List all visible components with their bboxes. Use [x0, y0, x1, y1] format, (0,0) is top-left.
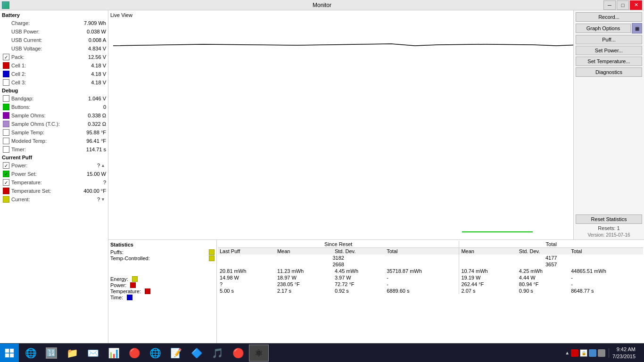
close-button[interactable]: ✕ [630, 0, 642, 10]
power-last-puff: 14.98 W [218, 274, 275, 281]
start-button[interactable] [0, 344, 19, 362]
timer-checkbox[interactable] [2, 145, 10, 154]
modeled-temp-checkbox[interactable] [2, 137, 10, 145]
modeled-temp-row: Modeled Temp: 96.41 °F [0, 137, 108, 145]
chrome-icon: 🌐 [149, 346, 162, 360]
cell3-value: 4.18 V [73, 80, 106, 85]
sample-temp-checkbox[interactable] [2, 128, 10, 137]
word-icon: 📝 [169, 346, 182, 360]
bandgap-row: Bandgap: 1.046 V [0, 94, 108, 103]
energy-std-dev2: 4.25 mWh [517, 268, 569, 274]
taskbar-chrome[interactable]: 🌐 [145, 345, 165, 362]
temperature-left-label: Temperature: [110, 288, 141, 294]
cell2-row: Cell 2: 4.18 V [0, 70, 108, 78]
time-total: 6889.60 s [385, 288, 459, 294]
taskbar-calculator[interactable]: 🔢 [41, 345, 61, 362]
puff-button[interactable]: Puff... [576, 35, 642, 44]
clock: 9:42 AM 7/23/2015 [612, 346, 636, 360]
sample-ohms-value: 0.338 Ω [73, 113, 106, 118]
scroll-up-arrow[interactable]: ▲ [100, 163, 106, 168]
temperature-mean: 238.05 °F [275, 281, 333, 288]
taskbar-app9[interactable]: 🔴 [228, 345, 248, 362]
maximize-button[interactable]: □ [617, 0, 629, 10]
cell1-value: 4.18 V [73, 63, 106, 68]
puff-current-checkbox[interactable] [2, 195, 10, 204]
sys-tray: ▲ 🔒 [565, 349, 605, 357]
show-desktop-button[interactable] [637, 344, 641, 362]
time-left-label: Time: [110, 295, 123, 300]
usb-power-checkbox-cell [2, 27, 10, 36]
debug-section-header: Debug [0, 87, 108, 94]
usb-current-row: USB Current: 0.008 A [0, 36, 108, 44]
header-spacer [110, 266, 215, 276]
graph-options-icon-button[interactable]: ▦ [632, 23, 642, 33]
tray-icon-antivirus [571, 349, 578, 357]
pack-value: 12.56 V [73, 54, 106, 60]
power-left-label: Power: [110, 282, 126, 288]
graph-options-row: Graph Options ▦ [576, 23, 642, 33]
puff-temperature-checkbox[interactable] [2, 178, 10, 187]
bandgap-checkbox[interactable] [2, 94, 10, 103]
tray-arrow[interactable]: ▲ [565, 350, 570, 355]
power-set-checkbox[interactable] [2, 170, 10, 178]
power-set-value: 15.00 W [73, 171, 106, 177]
charge-label: Charge: [11, 20, 73, 26]
tray-icon-volume [598, 349, 605, 357]
col-std-dev2: Std. Dev. [517, 248, 569, 255]
sample-ohms-label: Sample Ohms: [11, 113, 73, 118]
minimize-button[interactable]: ─ [603, 0, 616, 10]
set-temperature-button[interactable]: Set Temperature... [576, 57, 642, 66]
sample-temp-row: Sample Temp: 95.88 °F [0, 128, 108, 137]
pack-checkbox[interactable] [2, 53, 10, 61]
record-button[interactable]: Record... [576, 12, 642, 22]
app-icon [2, 1, 9, 9]
time-color-box [127, 295, 132, 300]
svg-rect-0 [5, 348, 9, 352]
taskbar-items: 🌐 🔢 📁 ✉️ 📊 🔴 🌐 📝 🔷 [19, 345, 562, 362]
taskbar-mail[interactable]: ✉️ [83, 345, 103, 362]
bandgap-value: 1.046 V [73, 96, 106, 101]
taskbar-app7[interactable]: 🔷 [187, 345, 206, 362]
left-panel: Battery Charge: 7.909 Wh USB Power: 0.03… [0, 10, 108, 343]
taskbar-app5[interactable]: 🔴 [124, 345, 144, 362]
cell1-checkbox[interactable] [2, 61, 10, 70]
sample-temp-label: Sample Temp: [11, 130, 73, 135]
time-left-row: Time: [110, 295, 215, 300]
power-mean: 18.97 W [275, 274, 333, 281]
sample-ohms-tc-checkbox[interactable] [2, 120, 10, 128]
app9-icon: 🔴 [231, 346, 245, 360]
cell3-checkbox[interactable] [2, 78, 10, 87]
charge-checkbox-cell [2, 19, 10, 27]
cell1-label: Cell 1: [11, 63, 73, 68]
set-power-button[interactable]: Set Power... [576, 46, 642, 55]
diagnostics-button[interactable]: Diagnostics [576, 67, 642, 77]
buttons-checkbox[interactable] [2, 103, 10, 111]
title-bar-left: Monitor [2, 1, 9, 9]
taskbar-explorer[interactable]: 📁 [62, 345, 82, 362]
tray-icon-network: 🔒 [580, 349, 587, 357]
sample-ohms-checkbox[interactable] [2, 111, 10, 120]
col-total: Total [385, 248, 459, 255]
scroll-down-arrow[interactable]: ▼ [100, 197, 106, 202]
taskbar: 🌐 🔢 📁 ✉️ 📊 🔴 🌐 📝 🔷 [0, 343, 644, 362]
taskbar-ie[interactable]: 🌐 [21, 345, 41, 362]
power-left-row: Power: [110, 282, 215, 288]
taskbar-excel[interactable]: 📊 [104, 345, 124, 362]
temperature-set-checkbox[interactable] [2, 187, 10, 195]
graph-options-button[interactable]: Graph Options [576, 24, 631, 33]
taskbar-monitor[interactable]: ⚛ [249, 345, 269, 362]
timer-row: Timer: 114.71 s [0, 145, 108, 154]
temp-controlled-color-box [209, 255, 215, 261]
cell2-checkbox[interactable] [2, 70, 10, 78]
reset-statistics-button[interactable]: Reset Statistics [576, 214, 642, 224]
temperature-last-puff: ? [218, 281, 275, 288]
pack-label: Pack: [11, 54, 73, 60]
energy-total2: 44865.51 mWh [569, 268, 643, 274]
taskbar-word[interactable]: 📝 [166, 345, 186, 362]
usb-power-row: USB Power: 0.038 W [0, 27, 108, 36]
puff-power-checkbox[interactable] [2, 161, 10, 170]
modeled-temp-value: 96.41 °F [73, 138, 106, 144]
current-puff-section-header: Current Puff [0, 154, 108, 161]
taskbar-app8[interactable]: 🎵 [207, 345, 227, 362]
col-total2: Total [569, 248, 643, 255]
